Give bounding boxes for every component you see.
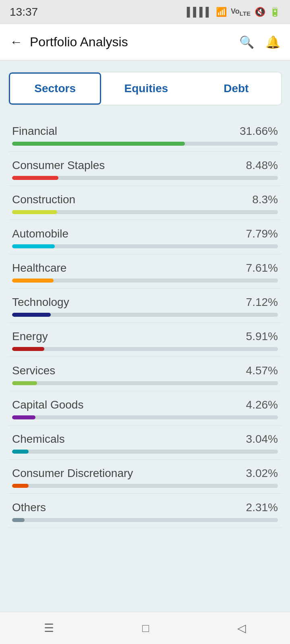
- sector-name: Consumer Staples: [12, 159, 105, 172]
- bell-icon[interactable]: 🔔: [265, 35, 280, 49]
- sector-bar-track: [12, 313, 278, 317]
- sector-pct: 8.3%: [252, 193, 278, 206]
- back-nav-icon[interactable]: ◁: [237, 621, 246, 635]
- sector-bar-fill: [12, 244, 55, 248]
- sector-row: Others 2.31%: [8, 494, 282, 528]
- sector-bar-fill: [12, 415, 35, 419]
- tab-debt[interactable]: Debt: [191, 72, 281, 105]
- sector-bar-track: [12, 450, 278, 454]
- wifi-icon: 📶: [216, 7, 227, 17]
- sector-bar-track: [12, 347, 278, 351]
- header-right: 🔍 🔔: [239, 35, 280, 49]
- sector-bar-fill: [12, 450, 29, 454]
- sector-row: Construction 8.3%: [8, 186, 282, 220]
- sector-pct: 31.66%: [240, 125, 278, 138]
- volte-icon: VoLTE: [231, 7, 251, 17]
- app-header: ← Portfolio Analysis 🔍 🔔: [0, 24, 290, 60]
- sector-pct: 2.31%: [246, 501, 278, 514]
- sector-bar-fill: [12, 518, 25, 522]
- sector-name: Others: [12, 501, 46, 514]
- sector-row: Automobile 7.79%: [8, 220, 282, 254]
- sector-name: Healthcare: [12, 262, 66, 275]
- sector-row: Chemicals 3.04%: [8, 425, 282, 460]
- sector-bar-track: [12, 244, 278, 248]
- sector-bar-track: [12, 176, 278, 180]
- mute-icon: 🔇: [255, 7, 265, 17]
- sector-name: Services: [12, 364, 55, 377]
- sector-name: Automobile: [12, 227, 68, 240]
- sector-bar-track: [12, 484, 278, 488]
- sector-pct: 3.04%: [246, 433, 278, 446]
- sector-bar-track: [12, 518, 278, 522]
- sector-name: Energy: [12, 330, 48, 343]
- main-content: Sectors Equities Debt Financial 31.66% C…: [0, 60, 290, 544]
- sector-name: Consumer Discretionary: [12, 467, 133, 480]
- sector-list: Financial 31.66% Consumer Staples 8.48% …: [8, 118, 282, 528]
- sector-pct: 7.12%: [246, 296, 278, 309]
- sector-row: Energy 5.91%: [8, 323, 282, 357]
- sector-pct: 4.57%: [246, 364, 278, 377]
- bottom-nav: ☰ □ ◁: [0, 612, 290, 644]
- sector-row: Capital Goods 4.26%: [8, 391, 282, 425]
- battery-icon: 🔋: [269, 7, 280, 17]
- sector-name: Financial: [12, 125, 57, 138]
- status-time: 13:37: [10, 6, 38, 19]
- sector-bar-track: [12, 142, 278, 146]
- sector-row: Technology 7.12%: [8, 289, 282, 323]
- signal-icon: ▌▌▌▌: [187, 7, 212, 17]
- sector-pct: 8.48%: [246, 159, 278, 172]
- status-icons: ▌▌▌▌ 📶 VoLTE 🔇 🔋: [187, 7, 280, 17]
- tabs-container: Sectors Equities Debt: [8, 72, 282, 105]
- sector-pct: 5.91%: [246, 330, 278, 343]
- sector-bar-fill: [12, 176, 58, 180]
- sector-name: Construction: [12, 193, 75, 206]
- sector-bar-fill: [12, 210, 57, 214]
- sector-bar-track: [12, 415, 278, 419]
- sector-name: Chemicals: [12, 433, 65, 446]
- sector-bar-fill: [12, 279, 54, 283]
- sector-pct: 7.79%: [246, 227, 278, 240]
- menu-icon[interactable]: ☰: [44, 621, 54, 635]
- tab-sectors[interactable]: Sectors: [9, 72, 101, 105]
- sector-bar-fill: [12, 484, 29, 488]
- sector-bar-track: [12, 279, 278, 283]
- sector-row: Services 4.57%: [8, 357, 282, 391]
- sector-bar-track: [12, 381, 278, 385]
- sector-pct: 4.26%: [246, 398, 278, 411]
- sector-bar-fill: [12, 347, 44, 351]
- sector-bar-track: [12, 210, 278, 214]
- sector-row: Financial 31.66%: [8, 118, 282, 152]
- search-icon[interactable]: 🔍: [239, 35, 254, 49]
- sector-row: Healthcare 7.61%: [8, 254, 282, 289]
- back-button[interactable]: ←: [10, 35, 23, 50]
- sector-pct: 3.02%: [246, 467, 278, 480]
- sector-name: Technology: [12, 296, 69, 309]
- sector-bar-fill: [12, 381, 37, 385]
- tab-equities[interactable]: Equities: [101, 72, 191, 105]
- page-title: Portfolio Analysis: [30, 35, 128, 50]
- sector-row: Consumer Discretionary 3.02%: [8, 460, 282, 494]
- sector-pct: 7.61%: [246, 262, 278, 275]
- home-icon[interactable]: □: [142, 622, 149, 635]
- sector-bar-fill: [12, 313, 51, 317]
- header-left: ← Portfolio Analysis: [10, 35, 128, 50]
- sector-row: Consumer Staples 8.48%: [8, 152, 282, 186]
- sector-name: Capital Goods: [12, 398, 83, 411]
- status-bar: 13:37 ▌▌▌▌ 📶 VoLTE 🔇 🔋: [0, 0, 290, 24]
- sector-bar-fill: [12, 142, 185, 146]
